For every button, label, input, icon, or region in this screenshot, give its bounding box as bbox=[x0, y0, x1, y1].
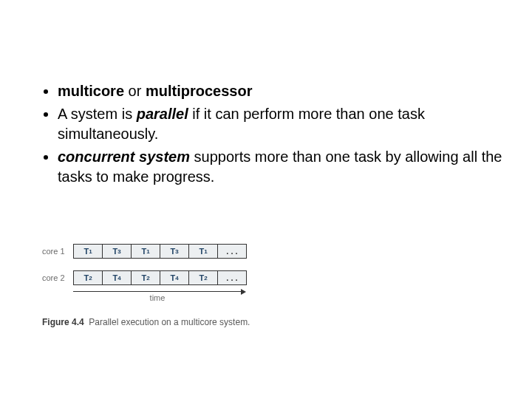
task-cell: T2 bbox=[132, 271, 160, 284]
task-cell: T4 bbox=[103, 271, 132, 284]
task-cell: T2 bbox=[189, 271, 218, 284]
task-cell: T4 bbox=[160, 271, 189, 284]
bullet-list: multicore or multiprocessor A system is … bbox=[37, 81, 502, 187]
figure-caption-text: Parallel execution on a multicore system… bbox=[89, 317, 250, 327]
text-bold-italic: parallel bbox=[137, 106, 188, 122]
task-cell: T2 bbox=[74, 271, 103, 284]
figure-number: Figure 4.4 bbox=[42, 317, 84, 327]
bullet-3: concurrent system supports more than one… bbox=[58, 147, 502, 187]
timeline-core-1: T1 T3 T1 T3 T1 . . . bbox=[73, 244, 247, 259]
core-label: core 2 bbox=[42, 273, 73, 282]
arrow-right-icon bbox=[241, 289, 246, 295]
core-row-2: core 2 T2 T4 T2 T4 T2 . . . bbox=[42, 270, 323, 285]
figure-caption: Figure 4.4 Parallel execution on a multi… bbox=[42, 317, 323, 327]
bullet-1: multicore or multiprocessor bbox=[58, 81, 502, 101]
task-cell: T3 bbox=[160, 245, 189, 258]
figure-4-4: core 1 T1 T3 T1 T3 T1 . . . core 2 T2 T4… bbox=[42, 244, 323, 327]
bullet-2: A system is parallel if it can perform m… bbox=[58, 104, 502, 144]
core-label: core 1 bbox=[42, 247, 73, 256]
core-row-1: core 1 T1 T3 T1 T3 T1 . . . bbox=[42, 244, 323, 259]
task-cell: T1 bbox=[132, 245, 160, 258]
task-cell: T3 bbox=[103, 245, 132, 258]
text-bold-italic: concurrent system bbox=[58, 149, 190, 165]
ellipsis-cell: . . . bbox=[218, 245, 246, 258]
text: or bbox=[124, 83, 146, 99]
text-bold: multicore bbox=[58, 83, 124, 99]
timeline-core-2: T2 T4 T2 T4 T2 . . . bbox=[73, 270, 247, 285]
ellipsis-cell: . . . bbox=[218, 271, 246, 284]
axis-label: time bbox=[73, 293, 242, 302]
text-bold: multiprocessor bbox=[146, 83, 252, 99]
text: A system is bbox=[58, 106, 137, 122]
time-axis: time bbox=[73, 291, 242, 302]
task-cell: T1 bbox=[189, 245, 218, 258]
axis-line bbox=[73, 291, 242, 292]
slide: multicore or multiprocessor A system is … bbox=[0, 0, 532, 399]
task-cell: T1 bbox=[74, 245, 103, 258]
